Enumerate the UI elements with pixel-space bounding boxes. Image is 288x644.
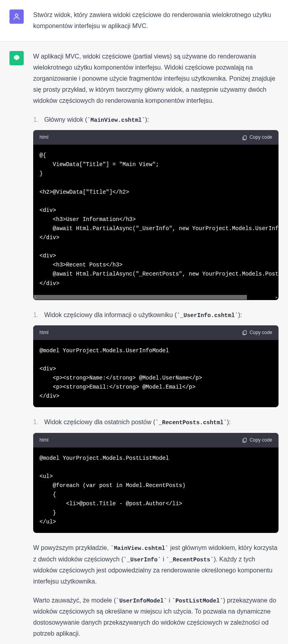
copy-code-button[interactable]: Copy code [242, 329, 272, 337]
inline-code: `PostListModel` [172, 598, 223, 604]
code-block-1: html Copy code @{ ViewData["Title"] = "M… [33, 130, 279, 300]
intro-paragraph: W aplikacji MVC, widoki częściowe (parti… [33, 51, 279, 106]
assistant-message-row: W aplikacji MVC, widoki częściowe (parti… [0, 41, 288, 644]
assistant-avatar [9, 51, 24, 65]
outro-paragraph-2: Warto zauważyć, że modele (`UserInfoMode… [33, 595, 279, 639]
scroll-left-icon: ◂ [34, 294, 36, 300]
code-lang-label: html [40, 133, 49, 142]
copy-code-button[interactable]: Copy code [242, 436, 272, 444]
code-body[interactable]: @model YourProject.Models.PostListModel … [33, 448, 279, 533]
code-body[interactable]: @{ ViewData["Title"] = "Main View"; } <h… [33, 145, 279, 294]
code-block-2: html Copy code @model YourProject.Models… [33, 325, 279, 408]
scrollbar-thumb[interactable] [34, 295, 247, 300]
user-avatar [9, 9, 24, 24]
clipboard-icon [242, 330, 247, 335]
svg-rect-2 [243, 331, 246, 334]
code-block-3: html Copy code @model YourProject.Models… [33, 433, 279, 533]
openai-icon [13, 54, 21, 62]
list-item-3: Widok częściowy dla ostatnich postów (`_… [33, 417, 279, 428]
clipboard-icon [242, 437, 247, 443]
horizontal-scrollbar[interactable]: ◂ ▸ [33, 295, 279, 300]
inline-code: `_RecentPosts` [166, 557, 214, 563]
person-icon [13, 13, 21, 21]
inline-code: `_UserInfo` [124, 557, 161, 563]
copy-code-button[interactable]: Copy code [242, 133, 272, 142]
inline-code: `MainView.cshtml` [87, 117, 145, 123]
code-content: @{ ViewData["Title"] = "Main View"; } <h… [33, 145, 279, 294]
inline-code: `MainView.cshtml` [111, 545, 169, 551]
list-item-2: Widok częściowy dla informacji o użytkow… [33, 310, 279, 321]
inline-code: `_UserInfo.cshtml` [177, 312, 238, 319]
code-body[interactable]: @model YourProject.Models.UserInfoModel … [33, 340, 279, 408]
code-content: @model YourProject.Models.UserInfoModel … [33, 340, 279, 408]
inline-code: `_RecentPosts.cshtml` [155, 419, 227, 426]
outro-paragraph-1: W powyższym przykładzie, `MainView.cshtm… [33, 542, 279, 587]
code-header: html Copy code [33, 130, 279, 145]
user-message-text: Stwórz widok, który zawiera widoki częśc… [33, 9, 279, 32]
clipboard-icon [242, 135, 247, 140]
code-header: html Copy code [33, 325, 279, 340]
svg-rect-1 [243, 136, 246, 139]
svg-point-0 [15, 14, 18, 17]
inline-code: `UserInfoModel` [116, 598, 167, 604]
svg-rect-3 [243, 438, 246, 442]
code-lang-label: html [40, 329, 49, 337]
list-item-1: Główny widok (`MainView.cshtml`): [33, 114, 279, 125]
user-message-row: Stwórz widok, który zawiera widoki częśc… [0, 0, 288, 41]
code-header: html Copy code [33, 433, 279, 448]
assistant-message-content: W aplikacji MVC, widoki częściowe (parti… [33, 51, 279, 639]
code-lang-label: html [40, 436, 49, 444]
code-content: @model YourProject.Models.PostListModel … [33, 448, 279, 533]
scroll-right-icon: ▸ [276, 294, 278, 300]
